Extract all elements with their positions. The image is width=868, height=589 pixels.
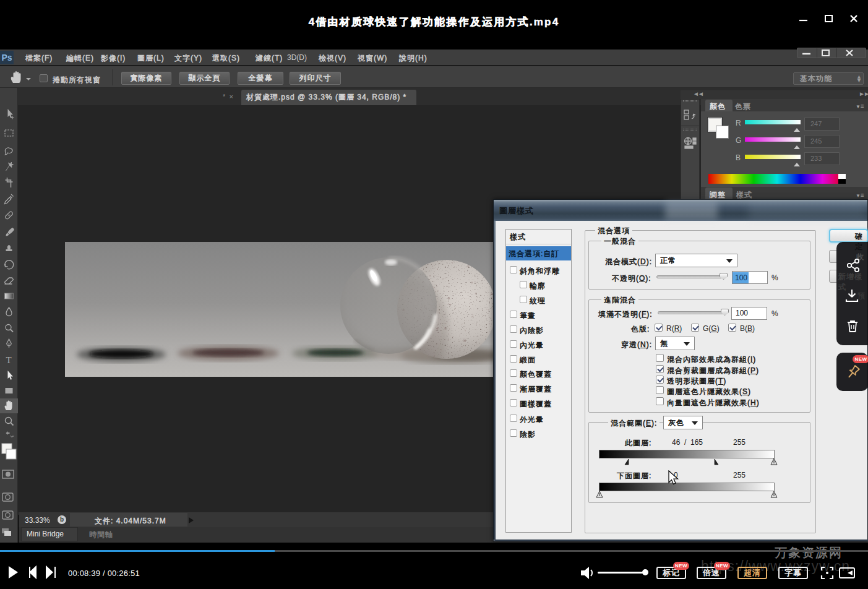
svg-text:T: T (6, 355, 12, 365)
